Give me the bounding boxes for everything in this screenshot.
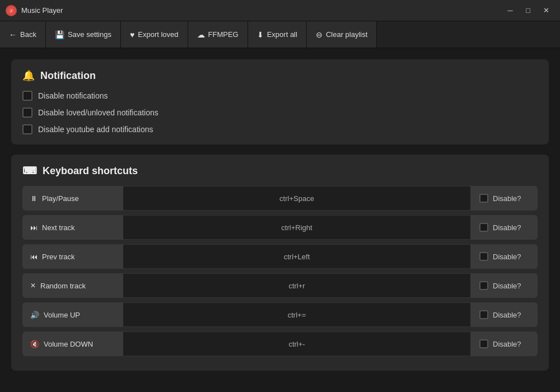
content-area: 🔔 Notification Disable notifications Dis…	[0, 48, 560, 392]
next-track-disable-button[interactable]: Disable?	[470, 215, 538, 240]
random-track-label: Random track	[40, 282, 86, 290]
volume-down-disable-label: Disable?	[493, 340, 521, 348]
play-pause-disable-checkbox	[479, 194, 488, 203]
play-pause-icon: ⏸	[30, 194, 38, 203]
back-label: Back	[20, 30, 36, 39]
prev-track-disable-label: Disable?	[493, 253, 521, 261]
random-track-disable-label: Disable?	[493, 282, 521, 290]
play-pause-disable-label: Disable?	[493, 194, 521, 203]
save-settings-button[interactable]: 💾 Save settings	[46, 21, 121, 48]
window-controls: ─ □ ✕	[502, 4, 554, 17]
prev-track-icon: ⏮	[30, 253, 38, 261]
ffmpeg-label: FFMPEG	[208, 30, 239, 39]
play-pause-disable-button[interactable]: Disable?	[470, 186, 538, 211]
prev-track-disable-checkbox	[479, 252, 488, 261]
random-track-keybind: ctrl+r	[123, 273, 470, 298]
clear-playlist-button[interactable]: ⊖ Clear playlist	[307, 21, 377, 48]
random-track-icon: ✕	[30, 282, 36, 290]
shortcut-volume-down-row: 🔇 Volume DOWN ctrl+- Disable?	[22, 332, 538, 356]
ffmpeg-button[interactable]: ☁ FFMPEG	[188, 21, 248, 48]
title-bar: ♪ Music Player ─ □ ✕	[0, 0, 560, 21]
clear-playlist-label: Clear playlist	[326, 30, 367, 39]
random-track-disable-button[interactable]: Disable?	[470, 273, 538, 298]
volume-down-disable-button[interactable]: Disable?	[470, 332, 538, 356]
next-track-button[interactable]: ⏭ Next track	[22, 215, 123, 240]
volume-up-disable-button[interactable]: Disable?	[470, 302, 538, 327]
clear-icon: ⊖	[316, 30, 323, 39]
keyboard-icon: ⌨	[22, 165, 37, 177]
disable-loved-label[interactable]: Disable loved/unloved notifications	[38, 108, 158, 117]
shortcut-next-track-row: ⏭ Next track ctrl+Right Disable?	[22, 215, 538, 240]
notification-section: 🔔 Notification Disable notifications Dis…	[11, 59, 549, 144]
volume-down-keybind: ctrl+-	[123, 332, 470, 356]
keyboard-title: Keyboard shortcuts	[43, 165, 138, 177]
shortcut-play-pause-row: ⏸ Play/Pause ctrl+Space Disable?	[22, 186, 538, 211]
maximize-button[interactable]: □	[520, 4, 536, 17]
prev-track-keybind: ctrl+Left	[123, 244, 470, 269]
app-icon: ♪	[6, 5, 17, 16]
back-button[interactable]: ← Back	[0, 21, 46, 48]
next-track-disable-checkbox	[479, 223, 488, 232]
back-icon: ←	[9, 30, 17, 39]
disable-notifications-label[interactable]: Disable notifications	[38, 91, 108, 100]
volume-up-label: Volume UP	[44, 311, 80, 319]
next-track-icon: ⏭	[30, 223, 38, 232]
keyboard-header: ⌨ Keyboard shortcuts	[22, 165, 538, 177]
close-button[interactable]: ✕	[538, 4, 554, 17]
save-settings-label: Save settings	[68, 30, 111, 39]
play-pause-label: Play/Pause	[42, 194, 79, 203]
volume-down-disable-checkbox	[479, 339, 488, 348]
disable-loved-row: Disable loved/unloved notifications	[22, 108, 538, 118]
cloud-icon: ☁	[197, 30, 205, 39]
volume-up-button[interactable]: 🔊 Volume UP	[22, 302, 123, 327]
volume-up-disable-label: Disable?	[493, 311, 521, 319]
notification-header: 🔔 Notification	[22, 69, 538, 82]
keyboard-section: ⌨ Keyboard shortcuts ⏸ Play/Pause ctrl+S…	[11, 155, 549, 371]
export-loved-button[interactable]: ♥ Export loved	[121, 21, 188, 48]
disable-notifications-checkbox[interactable]	[22, 91, 32, 101]
notification-title: Notification	[40, 70, 96, 82]
next-track-keybind: ctrl+Right	[123, 215, 470, 240]
shortcut-prev-track-row: ⏮ Prev track ctrl+Left Disable?	[22, 244, 538, 269]
random-track-disable-checkbox	[479, 281, 488, 290]
play-pause-keybind: ctrl+Space	[123, 186, 470, 211]
disable-youtube-label[interactable]: Disable youtube add notifications	[38, 125, 153, 134]
shortcut-random-track-row: ✕ Random track ctrl+r Disable?	[22, 273, 538, 298]
volume-up-keybind: ctrl+=	[123, 302, 470, 327]
next-track-label: Next track	[42, 223, 75, 232]
app-title: Music Player	[21, 6, 63, 15]
prev-track-disable-button[interactable]: Disable?	[470, 244, 538, 269]
volume-down-icon: 🔇	[30, 340, 39, 348]
next-track-disable-label: Disable?	[493, 223, 521, 232]
notification-icon: 🔔	[22, 69, 35, 82]
toolbar: ← Back 💾 Save settings ♥ Export loved ☁ …	[0, 21, 560, 48]
disable-notifications-row: Disable notifications	[22, 91, 538, 101]
volume-down-label: Volume DOWN	[44, 340, 93, 348]
shortcut-volume-up-row: 🔊 Volume UP ctrl+= Disable?	[22, 302, 538, 327]
volume-down-button[interactable]: 🔇 Volume DOWN	[22, 332, 123, 356]
disable-youtube-row: Disable youtube add notifications	[22, 124, 538, 134]
prev-track-button[interactable]: ⏮ Prev track	[22, 244, 123, 269]
minimize-button[interactable]: ─	[502, 4, 519, 17]
save-icon: 💾	[55, 30, 64, 39]
random-track-button[interactable]: ✕ Random track	[22, 273, 123, 298]
disable-youtube-checkbox[interactable]	[22, 124, 32, 134]
export-all-button[interactable]: ⬇ Export all	[248, 21, 307, 48]
disable-loved-checkbox[interactable]	[22, 108, 32, 118]
heart-icon: ♥	[130, 30, 134, 39]
export-all-label: Export all	[267, 30, 297, 39]
export-loved-label: Export loved	[138, 30, 178, 39]
volume-up-disable-checkbox	[479, 310, 488, 319]
play-pause-button[interactable]: ⏸ Play/Pause	[22, 186, 123, 211]
download-icon: ⬇	[257, 30, 264, 39]
prev-track-label: Prev track	[42, 253, 75, 261]
volume-up-icon: 🔊	[30, 311, 39, 319]
title-bar-left: ♪ Music Player	[6, 5, 63, 16]
